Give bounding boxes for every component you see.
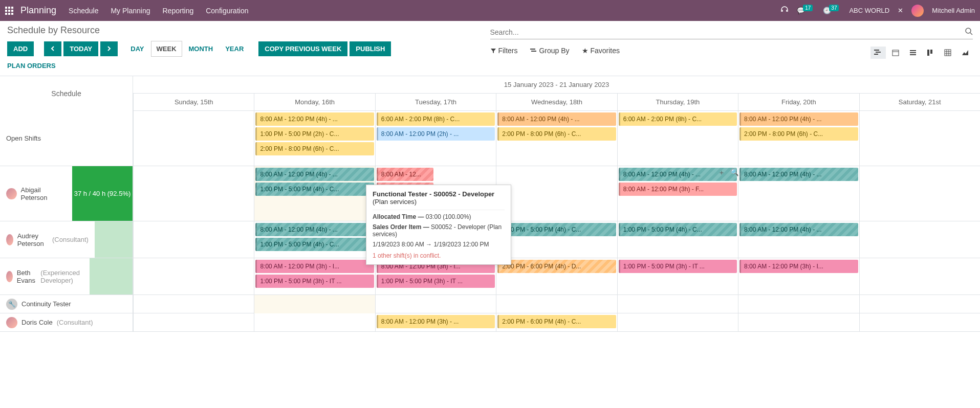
shift-pill[interactable]: 1:00 PM - 5:00 PM (3h) - IT ... (255, 275, 374, 288)
plan-orders-link[interactable]: PLAN ORDERS (7, 62, 56, 70)
scale-day[interactable]: DAY (125, 41, 149, 57)
company-switcher[interactable]: ABC WORLD (849, 7, 889, 14)
shift-pill[interactable]: 2:00 PM - 8:00 PM (6h) - C... (497, 127, 616, 141)
add-shift-icon[interactable]: ＋ (718, 168, 725, 177)
shift-cell[interactable] (859, 111, 980, 166)
menu-reporting[interactable]: Reporting (163, 7, 194, 15)
shift-pill[interactable]: 1:00 PM - 5:00 PM (4h) - C... (497, 223, 616, 236)
shift-cell[interactable] (133, 221, 254, 258)
shift-pill[interactable]: 8:00 AM - 12:00 PM (3h) - I... (255, 260, 374, 273)
shift-cell[interactable]: 6:00 AM - 2:00 PM (8h) - C...8:00 AM - 1… (375, 111, 496, 166)
shift-cell[interactable]: 8:00 AM - 12:00 PM (4h) - ...2:00 PM - 8… (738, 111, 859, 166)
shift-cell[interactable] (496, 295, 617, 313)
shift-pill[interactable]: 1:00 PM - 5:00 PM (4h) - C... (619, 223, 737, 236)
help-icon[interactable] (780, 6, 789, 15)
shift-pill[interactable]: 2:00 PM - 6:00 PM (4h) - C... (497, 315, 616, 328)
shift-cell[interactable] (617, 295, 738, 313)
list-view-icon[interactable] (905, 47, 921, 59)
resource-row[interactable]: Abigail Peterson37 h / 40 h (92.5%) (0, 166, 133, 221)
messages-icon[interactable]: 💬17 (797, 7, 815, 14)
app-brand[interactable]: Planning (20, 5, 56, 16)
shift-cell[interactable] (859, 221, 980, 258)
shift-pill[interactable]: 8:00 AM - 12:00 PM (4h) - ... (739, 168, 858, 181)
shift-cell[interactable] (859, 313, 980, 332)
search-icon[interactable] (965, 27, 973, 37)
shift-pill[interactable]: 8:00 AM - 12:00 PM (2h) - ... (377, 127, 495, 141)
prev-button[interactable] (44, 41, 61, 56)
shift-cell[interactable]: 1:00 PM - 5:00 PM (4h) - C... (617, 221, 738, 258)
shift-pill[interactable]: 1:00 PM - 5:00 PM (3h) - IT ... (619, 260, 737, 273)
shift-pill[interactable]: 8:00 AM - 12:00 PM (3h) - F... (619, 183, 737, 196)
copy-previous-week-button[interactable]: COPY PREVIOUS WEEK (258, 41, 347, 56)
shift-cell[interactable] (133, 166, 254, 221)
shift-cell[interactable] (375, 295, 496, 313)
shift-cell[interactable] (133, 111, 254, 166)
shift-pill[interactable]: 8:00 AM - 12:00 PM (4h) - ... (255, 223, 374, 236)
scale-month[interactable]: MONTH (183, 41, 219, 57)
shift-cell[interactable] (254, 313, 375, 332)
shift-cell[interactable] (738, 295, 859, 313)
kanban-view-icon[interactable] (923, 47, 938, 59)
search-input[interactable] (490, 27, 965, 37)
shift-cell[interactable] (859, 258, 980, 294)
apps-icon[interactable] (5, 7, 13, 15)
shift-cell[interactable]: 8:00 AM - 12:00 PM (4h) - ... (738, 221, 859, 258)
shift-pill[interactable]: 8:00 AM - 12:00 PM (4h) - ... (739, 112, 858, 126)
shift-cell[interactable]: 2:00 PM - 6:00 PM (4h) - C... (496, 313, 617, 332)
publish-button[interactable]: PUBLISH (350, 41, 391, 56)
shift-cell[interactable]: 8:00 AM - 12:00 PM (3h) - I...1:00 PM - … (254, 258, 375, 294)
pivot-view-icon[interactable] (940, 47, 955, 59)
shift-pill[interactable]: 1:00 PM - 5:00 PM (4h) - C... (255, 183, 374, 196)
favorites-button[interactable]: ★ Favorites (582, 47, 620, 59)
user-avatar[interactable] (911, 5, 924, 17)
shift-cell[interactable] (254, 295, 375, 313)
menu-schedule[interactable]: Schedule (69, 7, 98, 15)
shift-cell[interactable] (133, 313, 254, 332)
shift-cell[interactable]: 8:00 AM - 12:00 PM (4h) - ...＋🔍8:00 AM -… (617, 166, 738, 221)
shift-cell[interactable] (859, 295, 980, 313)
menu-configuration[interactable]: Configuration (206, 7, 248, 15)
shift-cell[interactable]: 2:00 PM - 6:00 PM (4h) - D... (496, 258, 617, 294)
shift-cell[interactable]: 8:00 AM - 12:00 PM (4h) - ...1:00 PM - 5… (254, 221, 375, 258)
groupby-button[interactable]: Group By (530, 47, 570, 59)
activities-icon[interactable]: 🕘37 (823, 7, 841, 14)
resource-row[interactable]: Audrey Peterson (Consultant) (0, 221, 133, 258)
shift-cell[interactable] (133, 258, 254, 294)
shift-pill[interactable]: 8:00 AM - 12... (377, 168, 433, 181)
menu-my-planning[interactable]: My Planning (111, 7, 150, 15)
scale-year[interactable]: YEAR (220, 41, 249, 57)
scale-week[interactable]: WEEK (151, 41, 182, 57)
resource-row[interactable]: Open Shifts (0, 111, 133, 166)
add-button[interactable]: ADD (7, 41, 34, 56)
shift-cell[interactable] (859, 166, 980, 221)
shift-cell[interactable]: 8:00 AM - 12:00 PM (3h) - I... (738, 258, 859, 294)
shift-cell[interactable]: 1:00 PM - 5:00 PM (3h) - IT ... (617, 258, 738, 294)
shift-pill[interactable]: 6:00 AM - 2:00 PM (8h) - C... (619, 112, 737, 126)
shift-pill[interactable]: 6:00 AM - 2:00 PM (8h) - C... (377, 112, 495, 126)
shift-cell[interactable]: 6:00 AM - 2:00 PM (8h) - C... (617, 111, 738, 166)
shift-cell[interactable]: 1:00 PM - 5:00 PM (4h) - C... (496, 221, 617, 258)
resource-row[interactable]: 🔧Continuity Tester (0, 295, 133, 313)
shift-pill[interactable]: 8:00 AM - 12:00 PM (4h) - ... (497, 112, 616, 126)
filters-button[interactable]: Filters (490, 47, 518, 59)
shift-pill[interactable]: 1:00 PM - 5:00 PM (2h) - C... (255, 127, 374, 141)
shift-pill[interactable]: 1:00 PM - 5:00 PM (4h) - C... (255, 238, 374, 251)
shift-pill[interactable]: 8:00 AM - 12:00 PM (3h) - ... (377, 315, 495, 328)
shift-pill[interactable]: 8:00 AM - 12:00 PM (4h) - ... (255, 112, 374, 126)
shift-cell[interactable]: 8:00 AM - 12:00 PM (4h) - ...2:00 PM - 8… (496, 111, 617, 166)
today-button[interactable]: TODAY (63, 41, 98, 56)
shift-pill[interactable]: 8:00 AM - 12:00 PM (4h) - ... (255, 168, 374, 181)
gantt-view-icon[interactable] (870, 47, 886, 59)
shift-cell[interactable]: 8:00 AM - 12:00 PM (4h) - ...1:00 PM - 5… (254, 166, 375, 221)
user-name[interactable]: Mitchell Admin (932, 7, 975, 14)
shift-cell[interactable] (496, 166, 617, 221)
shift-pill[interactable]: 2:00 PM - 8:00 PM (6h) - C... (255, 142, 374, 155)
shift-cell[interactable]: 8:00 AM - 12:00 PM (3h) - ... (375, 313, 496, 332)
shift-pill[interactable]: 2:00 PM - 8:00 PM (6h) - C... (739, 127, 858, 141)
shift-pill[interactable]: 2:00 PM - 6:00 PM (4h) - D... (497, 260, 616, 273)
shift-pill[interactable]: 1:00 PM - 5:00 PM (3h) - IT ... (377, 275, 495, 288)
shift-cell[interactable] (133, 295, 254, 313)
resource-row[interactable]: Doris Cole (Consultant) (0, 313, 133, 332)
shift-pill[interactable]: 8:00 AM - 12:00 PM (3h) - I... (739, 260, 858, 273)
resource-row[interactable]: Beth Evans (Experienced Developer) (0, 258, 133, 295)
